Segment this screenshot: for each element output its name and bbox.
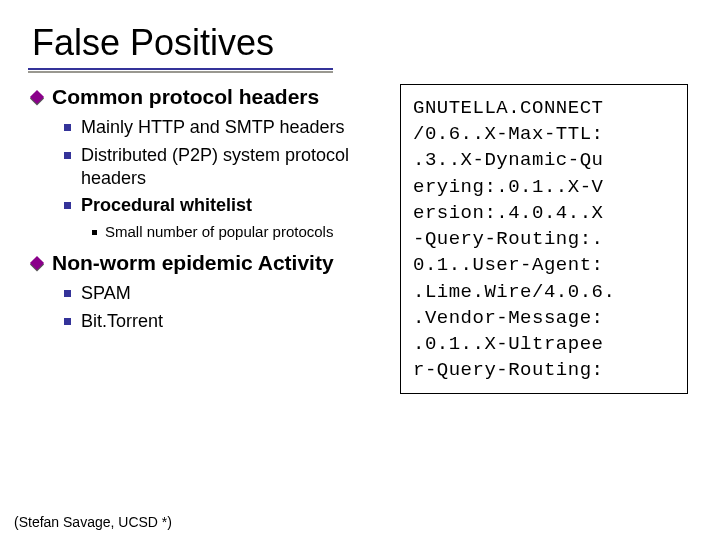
list-item: Procedural whitelist [64,194,372,217]
dump-line: .Vendor-Message: [413,307,603,329]
dot-icon [92,230,97,235]
item-text: Procedural whitelist [81,194,252,217]
dump-line: ersion:.4.0.4..X [413,202,603,224]
diamond-icon [30,256,44,270]
left-column: Common protocol headers Mainly HTTP and … [32,84,372,341]
item-text: Mainly HTTP and SMTP headers [81,116,344,139]
square-icon [64,318,71,325]
lvl1-text: Common protocol headers [52,84,319,110]
body-row: Common protocol headers Mainly HTTP and … [32,84,688,394]
dump-line: /0.6..X-Max-TTL: [413,123,603,145]
list-item: SPAM [64,282,372,305]
footer-attribution: (Stefan Savage, UCSD *) [14,514,172,530]
dump-line: erying:.0.1..X-V [413,176,603,198]
list-item: Bit.Torrent [64,310,372,333]
square-icon [64,152,71,159]
lvl2-list-1: Mainly HTTP and SMTP headers Distributed… [64,116,372,218]
lvl3-list: Small number of popular protocols [92,222,372,242]
slide-title: False Positives [32,22,688,64]
item-text: Bit.Torrent [81,310,163,333]
item-text: Distributed (P2P) system protocol header… [81,144,372,191]
square-icon [64,202,71,209]
protocol-dump-box: GNUTELLA.CONNECT /0.6..X-Max-TTL: .3..X-… [400,84,688,394]
list-item: Distributed (P2P) system protocol header… [64,144,372,191]
diamond-icon [30,90,44,104]
title-underline [28,68,333,70]
square-icon [64,124,71,131]
dump-line: .3..X-Dynamic-Qu [413,149,603,171]
bullet-non-worm: Non-worm epidemic Activity SPAM Bit.Torr… [32,250,372,333]
lvl1-text: Non-worm epidemic Activity [52,250,334,276]
square-icon [64,290,71,297]
list-item: Mainly HTTP and SMTP headers [64,116,372,139]
dump-line: -Query-Routing:. [413,228,603,250]
dump-line: .0.1..X-Ultrapee [413,333,603,355]
dump-line: r-Query-Routing: [413,359,603,381]
dump-line: .Lime.Wire/4.0.6. [413,281,615,303]
item-text: Small number of popular protocols [105,222,333,242]
lvl2-list-2: SPAM Bit.Torrent [64,282,372,333]
dump-line: 0.1..User-Agent: [413,254,603,276]
dump-line: GNUTELLA.CONNECT [413,97,603,119]
list-item: Small number of popular protocols [92,222,372,242]
item-text: SPAM [81,282,131,305]
bullet-common-protocol: Common protocol headers Mainly HTTP and … [32,84,372,242]
